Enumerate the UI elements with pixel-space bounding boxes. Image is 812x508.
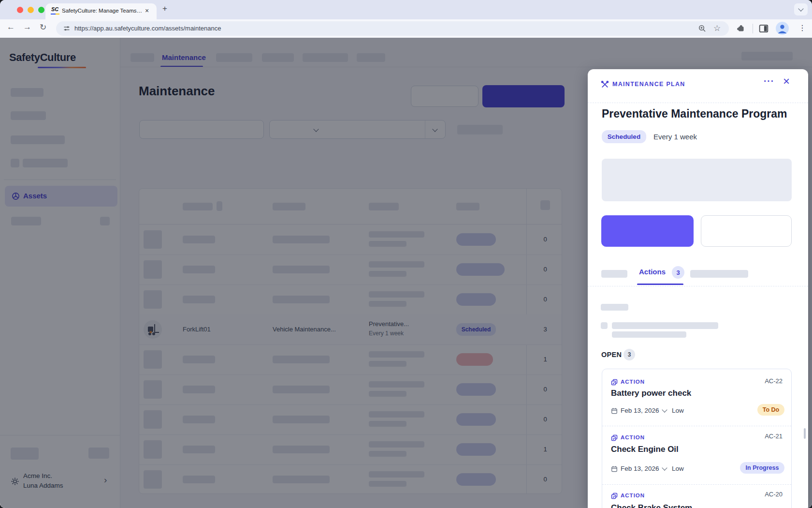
panel-tab-skeleton[interactable] [601, 270, 627, 278]
panel-skeleton [612, 331, 686, 338]
panel-secondary-button[interactable] [701, 215, 792, 247]
action-item[interactable]: ACTION AC-22 Battery power check Feb 13,… [602, 369, 791, 426]
profile-avatar[interactable] [776, 22, 789, 35]
browser-toolbar: ← → ↻ https://app.au.safetyculture.com/a… [0, 19, 812, 38]
screen: SC SafetyCulture: Manage Teams and... × … [0, 0, 812, 508]
reload-icon[interactable]: ↻ [40, 22, 46, 32]
action-id: AC-22 [765, 377, 783, 385]
open-count-badge: 3 [624, 349, 635, 360]
traffic-light-minimize[interactable] [28, 7, 34, 13]
action-item[interactable]: ACTION AC-21 Check Engine Oil Feb 13, 20… [602, 426, 791, 484]
traffic-light-close[interactable] [17, 7, 23, 13]
side-panel-icon[interactable] [759, 24, 768, 33]
action-id: AC-20 [765, 491, 783, 498]
tab-title: SafetyCulture: Manage Teams and... [62, 8, 143, 14]
url-bar[interactable]: https://app.au.safetyculture.com/assets/… [56, 21, 729, 36]
forward-icon[interactable]: → [23, 22, 31, 32]
action-type-label: ACTION [621, 434, 645, 440]
plan-description-skeleton [602, 159, 792, 201]
action-title: Battery power check [611, 388, 691, 398]
maintenance-plan-icon [601, 80, 609, 89]
priority-chevron-icon[interactable] [662, 407, 667, 412]
site-info-icon[interactable] [63, 25, 71, 32]
action-status-todo: To Do [757, 404, 784, 416]
open-section-label: OPEN [601, 351, 622, 359]
window-chevron-button[interactable] [794, 3, 808, 15]
action-type-icon [611, 379, 618, 386]
new-tab-icon[interactable]: + [162, 4, 167, 14]
action-title: Check Brake System [611, 503, 692, 508]
favicon-underline [51, 14, 59, 15]
panel-tabs-divider [588, 286, 808, 287]
action-priority: Low [672, 465, 684, 472]
action-type-icon [611, 493, 618, 499]
action-item[interactable]: ACTION AC-20 Check Brake System [602, 485, 791, 508]
action-type-label: ACTION [621, 379, 645, 385]
action-priority: Low [672, 407, 684, 414]
calendar-icon [611, 407, 618, 414]
panel-overflow-icon[interactable]: ··· [764, 76, 774, 87]
zoom-page-icon[interactable] [698, 24, 707, 33]
extensions-icon[interactable] [736, 24, 746, 33]
traffic-light-zoom[interactable] [38, 7, 44, 13]
maintenance-plan-panel: MAINTENANCE PLAN ··· × Preventative Main… [588, 69, 808, 508]
plan-status-badge: Scheduled [602, 130, 646, 143]
browser-tab[interactable]: SC SafetyCulture: Manage Teams and... × [45, 3, 157, 19]
browser-menu-kebab-icon[interactable]: ⋮ [798, 23, 806, 32]
actions-card: ACTION AC-22 Battery power check Feb 13,… [602, 369, 792, 508]
action-id: AC-21 [765, 433, 783, 440]
panel-tab-actions[interactable]: Actions [639, 268, 666, 276]
panel-tab-actions-count: 3 [672, 266, 684, 279]
panel-primary-button[interactable] [601, 215, 694, 247]
priority-chevron-icon[interactable] [662, 465, 667, 470]
tab-close-icon[interactable]: × [145, 7, 149, 15]
url-text[interactable]: https://app.au.safetyculture.com/assets/… [74, 25, 221, 32]
panel-header-divider [588, 103, 808, 104]
action-due-date: Feb 13, 2026 [621, 465, 659, 472]
panel-scrollbar[interactable] [804, 428, 806, 439]
safetyculture-favicon: SC [51, 6, 58, 12]
bookmark-star-icon[interactable]: ☆ [713, 23, 721, 33]
action-title: Check Engine Oil [611, 445, 679, 454]
action-status-inprogress: In Progress [740, 462, 784, 474]
action-type-icon [611, 434, 618, 441]
panel-skeleton [612, 322, 718, 329]
panel-header-label: MAINTENANCE PLAN [612, 81, 685, 88]
toolbar-divider [753, 24, 753, 33]
plan-title: Preventative Maintenance Program [602, 107, 787, 120]
action-due-date: Feb 13, 2026 [621, 407, 659, 414]
calendar-icon [611, 465, 618, 472]
panel-skeleton [601, 322, 608, 329]
panel-tab-underline [637, 284, 683, 285]
plan-frequency: Every 1 week [653, 133, 697, 141]
action-type-label: ACTION [621, 493, 645, 498]
panel-tab-skeleton[interactable] [690, 270, 748, 278]
panel-close-icon[interactable]: × [783, 75, 790, 88]
panel-skeleton [601, 304, 628, 311]
back-icon[interactable]: ← [7, 22, 15, 32]
